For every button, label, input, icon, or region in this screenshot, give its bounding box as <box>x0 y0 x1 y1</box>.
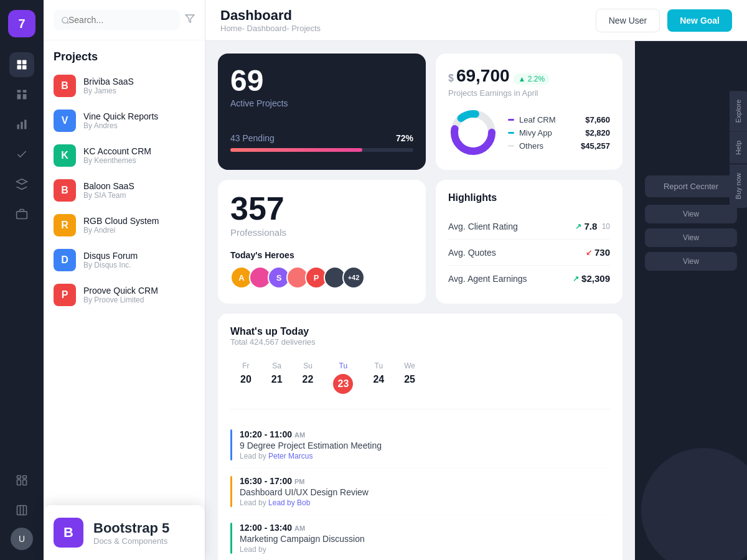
event-bar <box>230 523 232 554</box>
help-tab[interactable]: Help <box>730 132 747 164</box>
highlight-label: Avg. Client Rating <box>448 222 518 231</box>
svg-rect-7 <box>23 94 27 99</box>
new-goal-button[interactable]: New Goal <box>667 9 732 32</box>
earnings-amount: $ 69,700 <box>448 66 510 86</box>
svg-marker-22 <box>186 15 194 22</box>
cal-day-name: We <box>404 362 415 370</box>
project-item[interactable]: D Disqus Forum By Disqus Inc. <box>44 243 205 278</box>
professionals-label: Professionals <box>230 227 413 238</box>
cal-day-name: Sa <box>272 362 281 370</box>
event-bar <box>230 429 232 460</box>
svg-rect-1 <box>22 60 27 65</box>
active-projects-label: Active Projects <box>230 98 413 108</box>
page-title: Dashboard <box>220 7 321 24</box>
event-lead-link[interactable]: Lead by Bob <box>268 498 310 507</box>
donut-legend: Leaf CRMMivy AppOthers <box>508 115 571 151</box>
project-name: Vine Quick Reports <box>83 111 158 121</box>
event-lead-link[interactable]: Peter Marcus <box>268 452 312 460</box>
avatar-more: +42 <box>342 266 365 289</box>
legend-dot <box>508 145 514 147</box>
legend-value: $7,660 <box>581 115 610 124</box>
project-logo: B <box>54 75 76 97</box>
cal-day-num: 22 <box>303 374 314 385</box>
project-logo: K <box>54 144 76 167</box>
project-info: Baloon SaaS By SIA Team <box>83 181 134 200</box>
event-lead: Lead by Lead by Bob <box>240 498 369 507</box>
project-logo: B <box>54 179 76 202</box>
sidebar: Projects B Briviba SaaS By James V Vine … <box>44 0 205 560</box>
active-projects-card: 69 Active Projects 43 Pending 72% <box>218 54 426 170</box>
legend-dot <box>508 132 514 134</box>
avatars-row: ASP+42 <box>230 266 413 289</box>
project-info: RGB Cloud System By Andrei <box>83 216 159 235</box>
row-2: 357 Professionals Today's Heroes ASP+42 … <box>218 180 622 304</box>
report-center-button[interactable]: Report Cecnter <box>645 175 737 197</box>
event-name: 9 Degree Project Estimation Meeting <box>240 441 382 450</box>
buy-now-tab[interactable]: Buy now <box>730 164 747 208</box>
trend-icon: ↙ <box>586 248 592 257</box>
nav-icon-grid2[interactable] <box>9 498 34 523</box>
earnings-value: 69,700 <box>456 66 510 86</box>
project-item[interactable]: P Proove Quick CRM By Proove Limited <box>44 278 205 312</box>
user-avatar[interactable]: U <box>11 528 33 550</box>
calendar-day[interactable]: Sa 21 <box>261 357 293 399</box>
svg-rect-12 <box>17 212 27 219</box>
calendar-row: Fr 20 Sa 21 Su 22 Tu 23 Tu 24 We 25 <box>230 357 610 409</box>
earnings-badge: ▲ 2.2% <box>514 73 550 85</box>
calendar-day[interactable]: We 25 <box>394 357 425 399</box>
project-item[interactable]: B Baloon SaaS By SIA Team <box>44 173 205 208</box>
cal-day-num: 21 <box>271 374 283 385</box>
legend-values: $7,660$2,820$45,257 <box>581 115 610 151</box>
search-input[interactable] <box>54 10 180 30</box>
bootstrap-subtitle: Docs & Components <box>93 536 169 546</box>
project-item[interactable]: K KC Account CRM By Keenthemes <box>44 138 205 173</box>
project-info: Disqus Forum By Disqus Inc. <box>83 251 138 269</box>
pending-percent: 72% <box>396 133 413 143</box>
legend-item: Leaf CRM <box>508 115 571 124</box>
nav-icon-check[interactable] <box>9 142 34 167</box>
progress-bar <box>230 148 413 152</box>
legend-item: Mivy App <box>508 128 571 138</box>
calendar-day[interactable]: Tu 23 <box>323 357 363 399</box>
calendar-day[interactable]: Fr 20 <box>230 357 261 399</box>
event-time: 12:00 - 13:40 AM <box>240 523 365 533</box>
pending-label: 43 Pending <box>230 133 275 143</box>
whatsup-subtitle: Total 424,567 deliveries <box>230 337 610 347</box>
nav-icon-settings[interactable] <box>9 468 34 493</box>
explore-tab[interactable]: Explore <box>730 91 747 131</box>
view-button-1[interactable]: View <box>645 205 737 223</box>
svg-marker-11 <box>17 179 27 184</box>
project-name: RGB Cloud System <box>83 216 159 226</box>
project-item[interactable]: V Vine Quick Reports By Andres <box>44 103 205 138</box>
nav-icon-layers[interactable] <box>9 172 34 197</box>
svg-rect-17 <box>17 506 27 515</box>
trend-icon: ↗ <box>575 222 581 231</box>
event-time: 16:30 - 17:00 PM <box>240 476 369 486</box>
project-name: Briviba SaaS <box>83 77 134 86</box>
project-info: Briviba SaaS By James <box>83 77 134 95</box>
cal-day-name: Tu <box>339 362 348 370</box>
professionals-number: 357 <box>230 192 413 225</box>
view-button-3[interactable]: View <box>645 252 737 271</box>
filter-icon[interactable] <box>185 14 195 26</box>
highlight-value: ↙ 730 <box>586 247 610 258</box>
event-name: Marketing Campaign Discussion <box>240 534 365 544</box>
project-item[interactable]: B Briviba SaaS By James <box>44 68 205 103</box>
project-item[interactable]: R RGB Cloud System By Andrei <box>44 208 205 243</box>
nav-icon-dashboard[interactable] <box>9 52 34 77</box>
new-user-button[interactable]: New User <box>596 9 660 32</box>
donut-chart <box>448 108 498 157</box>
nav-icon-briefcase[interactable] <box>9 202 34 226</box>
nav-icon-chart[interactable] <box>9 112 34 137</box>
events-list: 10:20 - 11:00 AM 9 Degree Project Estima… <box>230 422 610 560</box>
whatsup-header: What's up Today Total 424,567 deliveries <box>230 326 610 347</box>
view-button-2[interactable]: View <box>645 228 737 247</box>
nav-icon-grid[interactable] <box>9 82 34 107</box>
nav-bottom: U <box>9 468 34 550</box>
event-name: Dashboard UI/UX Design Review <box>240 487 369 497</box>
calendar-day[interactable]: Su 22 <box>293 357 324 399</box>
pending-row: 43 Pending 72% <box>230 133 413 143</box>
calendar-day[interactable]: Tu 24 <box>363 357 394 399</box>
header-left: Dashboard Home- Dashboard- Projects <box>220 7 321 33</box>
svg-rect-2 <box>17 65 22 70</box>
